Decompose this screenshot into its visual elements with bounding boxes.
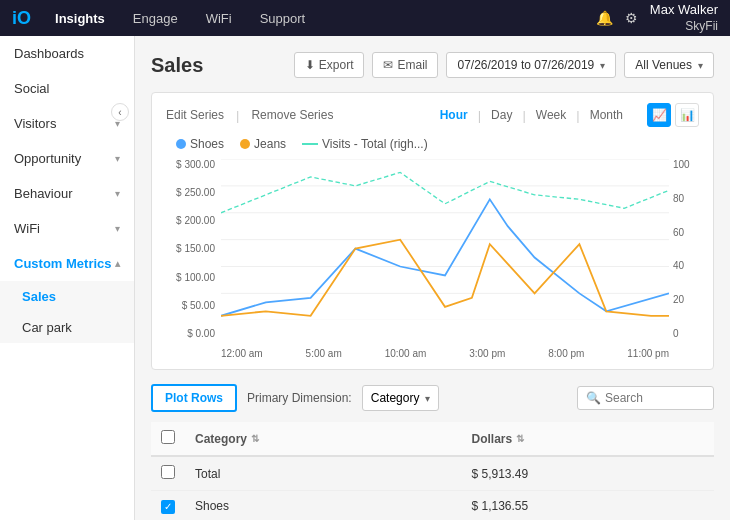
- y-right-label: 40: [673, 260, 684, 271]
- table-cell-dollars: $ 1,136.55: [462, 491, 715, 521]
- plot-rows-button[interactable]: Plot Rows: [151, 384, 237, 412]
- time-day[interactable]: Day: [487, 106, 516, 124]
- sidebar-item-wifi[interactable]: WiFi ▾: [0, 211, 134, 246]
- y-axis-left: $ 300.00 $ 250.00 $ 200.00 $ 150.00 $ 10…: [166, 159, 221, 339]
- legend-jeans: Jeans: [240, 137, 286, 151]
- legend-visits-label: Visits - Total (righ...): [322, 137, 428, 151]
- nav-support[interactable]: Support: [256, 11, 310, 26]
- sidebar: Dashboards Social Visitors ▾ Opportunity…: [0, 36, 135, 520]
- y-right-label: 80: [673, 193, 684, 204]
- x-label: 12:00 am: [221, 348, 263, 359]
- user-subtitle: SkyFii: [650, 19, 718, 35]
- nav-wifi[interactable]: WiFi: [202, 11, 236, 26]
- legend-shoes: Shoes: [176, 137, 224, 151]
- main-layout: Dashboards Social Visitors ▾ Opportunity…: [0, 36, 730, 520]
- row-checkbox-checked[interactable]: ✓: [161, 500, 175, 514]
- legend-shoes-dot: [176, 139, 186, 149]
- legend-jeans-label: Jeans: [254, 137, 286, 151]
- sidebar-item-behaviour[interactable]: Behaviour ▾: [0, 176, 134, 211]
- sidebar-item-social[interactable]: Social: [0, 71, 134, 106]
- sidebar-item-custom-metrics[interactable]: Custom Metrics ▴: [0, 246, 134, 281]
- data-table: Category ⇅ Dollars ⇅: [151, 422, 714, 520]
- table-cell-dollars: $ 5,913.49: [462, 456, 715, 491]
- chart-legend: Shoes Jeans Visits - Total (righ...): [176, 137, 699, 151]
- chevron-down-icon: ▾: [698, 60, 703, 71]
- sidebar-item-dashboards[interactable]: Dashboards: [0, 36, 134, 71]
- dimension-value: Category: [371, 391, 420, 405]
- nav-right: 🔔 ⚙ Max Walker SkyFii: [596, 2, 718, 34]
- x-axis: 12:00 am 5:00 am 10:00 am 3:00 pm 8:00 p…: [221, 348, 669, 359]
- sidebar-sub-section: Sales Car park: [0, 281, 134, 343]
- chart-container: Edit Series | Remove Series Hour | Day |…: [151, 92, 714, 370]
- chevron-down-icon: ▾: [115, 153, 120, 164]
- chevron-down-icon: ▾: [115, 188, 120, 199]
- sort-icon[interactable]: ⇅: [516, 433, 524, 444]
- logo: iO: [12, 8, 31, 29]
- chart-area: $ 300.00 $ 250.00 $ 200.00 $ 150.00 $ 10…: [166, 159, 699, 359]
- time-hour[interactable]: Hour: [436, 106, 472, 124]
- table-cell-category: Shoes: [185, 491, 462, 521]
- x-label: 11:00 pm: [627, 348, 669, 359]
- search-box[interactable]: 🔍: [577, 386, 714, 410]
- row-checkbox[interactable]: [161, 465, 175, 479]
- bar-chart-button[interactable]: 📊: [675, 103, 699, 127]
- table-cell-check: [151, 456, 185, 491]
- page-title: Sales: [151, 54, 203, 77]
- chart-svg: [221, 159, 669, 320]
- table-header-category: Category ⇅: [185, 422, 462, 456]
- remove-series-link[interactable]: Remove Series: [251, 108, 333, 122]
- gear-icon[interactable]: ⚙: [625, 10, 638, 26]
- time-week[interactable]: Week: [532, 106, 570, 124]
- download-icon: ⬇: [305, 58, 315, 72]
- x-label: 8:00 pm: [548, 348, 584, 359]
- chart-view-buttons: 📈 📊: [647, 103, 699, 127]
- nav-insights[interactable]: Insights: [51, 11, 109, 26]
- time-month[interactable]: Month: [586, 106, 627, 124]
- x-label: 10:00 am: [385, 348, 427, 359]
- table-controls: Plot Rows Primary Dimension: Category ▾ …: [151, 384, 714, 412]
- y-right-label: 100: [673, 159, 690, 170]
- search-input[interactable]: [605, 391, 705, 405]
- dimension-select[interactable]: Category ▾: [362, 385, 440, 411]
- x-label: 3:00 pm: [469, 348, 505, 359]
- top-nav: iO Insights Engage WiFi Support 🔔 ⚙ Max …: [0, 0, 730, 36]
- username: Max Walker: [650, 2, 718, 19]
- legend-visits-dot: [302, 143, 318, 145]
- dimension-label: Primary Dimension:: [247, 391, 352, 405]
- legend-shoes-label: Shoes: [190, 137, 224, 151]
- table-cell-category: Total: [185, 456, 462, 491]
- header-actions: ⬇ Export ✉ Email 07/26/2019 to 07/26/201…: [294, 52, 714, 78]
- sidebar-sub-sales[interactable]: Sales: [0, 281, 134, 312]
- table-row: Total $ 5,913.49: [151, 456, 714, 491]
- user-info: Max Walker SkyFii: [650, 2, 718, 34]
- email-icon: ✉: [383, 58, 393, 72]
- date-range-picker[interactable]: 07/26/2019 to 07/26/2019 ▾: [446, 52, 616, 78]
- chevron-down-icon: ▾: [115, 223, 120, 234]
- table-row: ✓ Shoes $ 1,136.55: [151, 491, 714, 521]
- legend-visits: Visits - Total (righ...): [302, 137, 428, 151]
- y-label: $ 100.00: [176, 272, 215, 283]
- y-label: $ 0.00: [187, 328, 215, 339]
- sidebar-item-opportunity[interactable]: Opportunity ▾: [0, 141, 134, 176]
- nav-links: Insights Engage WiFi Support: [51, 11, 596, 26]
- y-right-label: 0: [673, 328, 679, 339]
- y-label: $ 250.00: [176, 187, 215, 198]
- y-label: $ 150.00: [176, 243, 215, 254]
- content-area: Sales ⬇ Export ✉ Email 07/26/2019 to 07/…: [135, 36, 730, 520]
- table-header-dollars: Dollars ⇅: [462, 422, 715, 456]
- bell-icon[interactable]: 🔔: [596, 10, 613, 26]
- chevron-down-icon: ▾: [600, 60, 605, 71]
- sort-icon[interactable]: ⇅: [251, 433, 259, 444]
- nav-engage[interactable]: Engage: [129, 11, 182, 26]
- y-label: $ 200.00: [176, 215, 215, 226]
- y-label: $ 300.00: [176, 159, 215, 170]
- sidebar-sub-carpark[interactable]: Car park: [0, 312, 134, 343]
- venue-picker[interactable]: All Venues ▾: [624, 52, 714, 78]
- edit-series-link[interactable]: Edit Series: [166, 108, 224, 122]
- sidebar-collapse-button[interactable]: ‹: [111, 103, 129, 121]
- y-right-label: 20: [673, 294, 684, 305]
- export-button[interactable]: ⬇ Export: [294, 52, 365, 78]
- email-button[interactable]: ✉ Email: [372, 52, 438, 78]
- select-all-checkbox[interactable]: [161, 430, 175, 444]
- line-chart-button[interactable]: 📈: [647, 103, 671, 127]
